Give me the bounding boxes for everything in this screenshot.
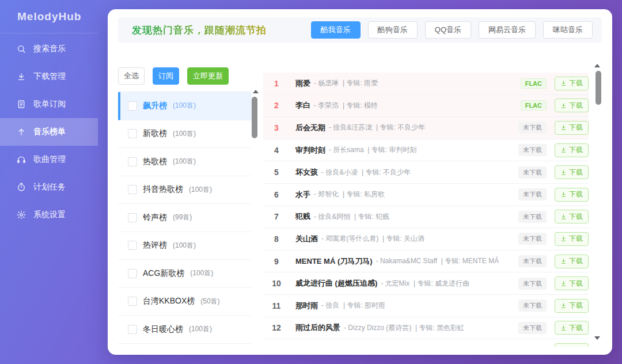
timer-icon: [17, 183, 26, 192]
download-button[interactable]: 下载: [555, 77, 589, 90]
chart-checkbox[interactable]: [128, 101, 137, 111]
download-button[interactable]: 下载: [555, 276, 589, 290]
quality-badge: 未下载: [518, 233, 547, 245]
chart-item-3[interactable]: 热歌榜(100首): [118, 148, 252, 176]
chart-item-4[interactable]: 抖音热歌榜(100首): [118, 176, 252, 204]
scroll-up-arrow[interactable]: [253, 90, 259, 93]
chart-checkbox[interactable]: [128, 129, 137, 138]
chart-checkbox[interactable]: [128, 157, 137, 166]
download-button[interactable]: 下载: [555, 232, 589, 246]
song-rank: 4: [268, 146, 285, 155]
download-button[interactable]: 下载: [555, 165, 589, 179]
download-button[interactable]: 下载: [555, 121, 589, 135]
song-rank: 10: [268, 279, 285, 288]
chart-checkbox[interactable]: [128, 241, 137, 250]
chart-count: (100首): [173, 129, 196, 139]
chart-checkbox[interactable]: [128, 185, 137, 194]
platform-tab-5[interactable]: 咪咕音乐: [543, 21, 593, 39]
quality-badge: 未下载: [518, 166, 547, 179]
song-meta: - 徐良&小凌 | 专辑: 不良少年: [321, 168, 411, 177]
quality-badge: FLAC: [521, 100, 547, 111]
chart-count: (99首): [173, 213, 192, 222]
promo-title: 发现热门音乐，跟随潮流节拍: [132, 24, 267, 37]
song-row-3: 3后会无期- 徐良&汪苏泷 | 专辑: 不良少年未下载下载: [263, 117, 589, 139]
download-button[interactable]: 下载: [555, 210, 589, 223]
sidebar-item-1[interactable]: 搜索音乐: [0, 35, 98, 63]
chart-checkbox[interactable]: [128, 325, 137, 334]
download-label: 下载: [569, 212, 583, 222]
download-icon: [560, 80, 567, 86]
song-title: MENTE MÁ (刀马刀马): [295, 256, 373, 267]
song-row-4: 4审判时刻- 所长sama | 专辑: 审判时刻未下载下载: [263, 139, 589, 162]
chart-name: 新歌榜: [143, 128, 167, 139]
chart-checkbox[interactable]: [128, 269, 137, 278]
chart-name: ACG新歌榜: [143, 268, 184, 279]
update-now-button[interactable]: 立即更新: [187, 67, 229, 85]
chart-name: 热歌榜: [143, 157, 167, 167]
chart-list: 飙升榜(100首)新歌榜(100首)热歌榜(100首)抖音热歌榜(100首)铃声…: [118, 92, 252, 344]
chart-name: 热评榜: [143, 240, 167, 251]
song-row-10: 10威龙进行曲 (超燃压迫感)- 尤宏Mix | 专辑: 威龙进行曲未下载下载: [263, 272, 589, 295]
song-list: 1雨爱- 杨丞琳 | 专辑: 雨爱FLAC下载2李白- 李荣浩 | 专辑: 模特…: [263, 73, 589, 347]
song-meta: - Nakama&MC Staff | 专辑: MENTE MÁ: [376, 256, 499, 266]
download-label: 下载: [569, 101, 583, 111]
sidebar-item-label: 歌曲管理: [33, 154, 66, 165]
scrollbar-thumb[interactable]: [596, 71, 601, 105]
scrollbar-thumb[interactable]: [252, 97, 257, 138]
download-button[interactable]: 下载: [555, 98, 589, 112]
subscribe-button[interactable]: 订阅: [153, 67, 179, 85]
song-meta: - 尤宏Mix | 专辑: 威龙进行曲: [381, 279, 469, 289]
download-button[interactable]: 下载: [555, 299, 589, 313]
platform-tab-2[interactable]: 酷狗音乐: [368, 21, 418, 39]
chart-name: 抖音热歌榜: [143, 184, 183, 195]
chart-item-6[interactable]: 热评榜(100首): [118, 232, 252, 260]
scroll-down-arrow[interactable]: [594, 336, 600, 340]
download-label: 下载: [569, 234, 583, 244]
download-button[interactable]: 下载: [555, 255, 589, 268]
sidebar-item-6[interactable]: 计划任务: [0, 173, 98, 201]
scroll-up-arrow[interactable]: [594, 64, 600, 67]
chart-item-5[interactable]: 铃声榜(99首): [118, 204, 252, 232]
download-button[interactable]: 下载: [555, 143, 589, 157]
song-row-11: 11那时雨- 徐良 | 专辑: 那时雨未下载下载: [263, 295, 589, 317]
search-icon: [17, 44, 26, 54]
main-card: 发现热门音乐，跟随潮流节拍 酷我音乐酷狗音乐QQ音乐网易云音乐咪咕音乐 全选 订…: [108, 9, 612, 355]
download-label: 下载: [569, 323, 583, 333]
download-button[interactable]: 下载: [555, 188, 589, 202]
sidebar-item-7[interactable]: 系统设置: [0, 201, 98, 229]
sidebar-nav: 搜索音乐下载管理歌单订阅音乐榜单歌曲管理计划任务系统设置: [0, 33, 98, 229]
song-rank: 12: [268, 323, 285, 332]
playlist-icon: [17, 100, 26, 109]
chart-count: (100首): [173, 101, 196, 111]
download-button[interactable]: 下载: [555, 321, 589, 335]
chart-checkbox[interactable]: [128, 213, 137, 222]
song-meta: - 徐良&汪苏泷 | 专辑: 不良少年: [329, 123, 425, 132]
platform-tab-4[interactable]: 网易云音乐: [479, 21, 536, 39]
chart-count: (100首): [189, 185, 212, 195]
quality-badge: 未下载: [518, 211, 547, 223]
download-button[interactable]: 下载: [555, 343, 589, 347]
quality-badge: 未下载: [518, 144, 547, 156]
chart-item-2[interactable]: 新歌榜(100首): [118, 120, 252, 149]
sidebar-item-4[interactable]: 音乐榜单: [0, 118, 98, 146]
chart-item-1[interactable]: 飙升榜(100首): [118, 92, 252, 120]
select-all-button[interactable]: 全选: [118, 67, 145, 85]
quality-badge: 未下载: [518, 299, 547, 312]
download-icon: [560, 236, 567, 242]
platform-tab-1[interactable]: 酷我音乐: [311, 21, 361, 39]
chart-item-9[interactable]: 冬日暖心榜(100首): [118, 316, 252, 344]
sidebar-item-5[interactable]: 歌曲管理: [0, 146, 98, 173]
platform-tab-3[interactable]: QQ音乐: [425, 21, 471, 39]
chart-item-7[interactable]: ACG新歌榜(100首): [118, 260, 252, 288]
song-title: 犯贱: [295, 211, 310, 222]
song-meta: - 杨丞琳 | 专辑: 雨爱: [314, 78, 378, 88]
sidebar-item-2[interactable]: 下载管理: [0, 63, 98, 90]
chart-item-8[interactable]: 台湾KKBOX榜(50首): [118, 288, 252, 316]
song-meta: - 李荣浩 | 专辑: 模特: [314, 101, 378, 111]
download-label: 下载: [569, 346, 583, 347]
chart-checkbox[interactable]: [128, 297, 137, 306]
sidebar-item-3[interactable]: 歌单订阅: [0, 90, 98, 118]
song-rank: 8: [268, 234, 285, 244]
song-rank: 2: [268, 101, 285, 110]
download-label: 下载: [569, 256, 583, 266]
